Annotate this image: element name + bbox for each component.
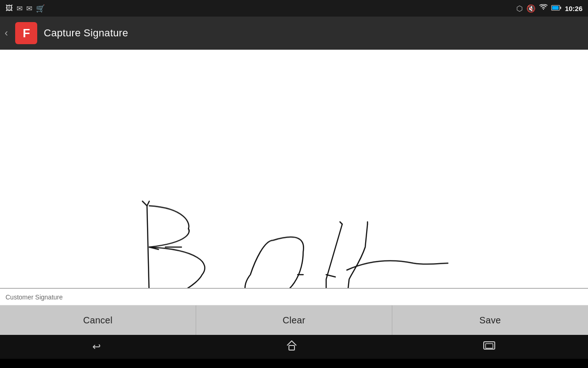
app-bar: ‹ F Capture Signature bbox=[0, 17, 588, 50]
svg-rect-5 bbox=[486, 344, 493, 348]
wifi-icon bbox=[539, 4, 548, 12]
gallery-icon: 🖼 bbox=[6, 4, 13, 12]
svg-rect-3 bbox=[289, 345, 294, 350]
battery-icon bbox=[551, 4, 561, 12]
signature-label-area: Customer Signature bbox=[0, 289, 588, 305]
signature-divider bbox=[0, 288, 588, 288]
status-right: ⬡ 🔇 10:26 bbox=[516, 4, 582, 13]
signature-label: Customer Signature bbox=[6, 293, 63, 301]
signature-canvas[interactable] bbox=[0, 50, 588, 288]
nav-bar: ↩ bbox=[0, 335, 588, 359]
home-nav-icon[interactable] bbox=[285, 339, 298, 355]
status-left-icons: 🖼 ✉ ✉ 🛒 bbox=[6, 4, 45, 13]
app-title: Capture Signature bbox=[44, 27, 128, 39]
app-logo: F bbox=[15, 22, 37, 44]
save-button[interactable]: Save bbox=[392, 305, 588, 335]
button-bar: Cancel Clear Save bbox=[0, 305, 588, 335]
status-time: 10:26 bbox=[565, 5, 582, 12]
cancel-button[interactable]: Cancel bbox=[0, 305, 196, 335]
clear-button[interactable]: Clear bbox=[196, 305, 392, 335]
recents-nav-icon[interactable] bbox=[483, 340, 496, 354]
app-logo-letter: F bbox=[23, 26, 30, 40]
volume-mute-icon: 🔇 bbox=[526, 4, 536, 13]
svg-rect-2 bbox=[560, 7, 561, 9]
svg-rect-1 bbox=[552, 6, 559, 10]
back-button[interactable]: ‹ bbox=[5, 27, 8, 39]
email2-icon: ✉ bbox=[26, 4, 32, 13]
shopping-icon: 🛒 bbox=[36, 4, 45, 13]
bluetooth-icon: ⬡ bbox=[516, 4, 523, 13]
email-icon: ✉ bbox=[17, 4, 23, 13]
status-bar: 🖼 ✉ ✉ 🛒 ⬡ 🔇 10:26 bbox=[0, 0, 588, 17]
back-nav-icon[interactable]: ↩ bbox=[92, 341, 101, 353]
signature-area[interactable] bbox=[0, 50, 588, 289]
